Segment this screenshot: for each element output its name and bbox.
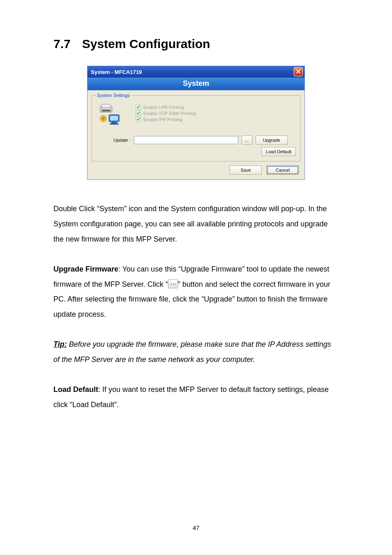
update-row: Update : ... Upgrade bbox=[113, 136, 296, 145]
upgrade-button[interactable]: Upgrade bbox=[256, 136, 288, 145]
cancel-button[interactable]: Cancel bbox=[267, 166, 299, 175]
dialog-titlebar: System - MFCA1719 bbox=[88, 66, 304, 78]
tip-paragraph: Tip: Before you upgrade the firmware, pl… bbox=[53, 337, 339, 367]
browse-icon bbox=[168, 279, 178, 288]
printer-monitor-icon bbox=[98, 103, 122, 127]
dialog-body: System Settings bbox=[88, 90, 304, 180]
svg-rect-5 bbox=[110, 116, 118, 121]
checkbox-icon[interactable] bbox=[136, 104, 141, 110]
checkbox-label: Enable LPR Printing bbox=[143, 105, 184, 110]
browse-button[interactable]: ... bbox=[242, 136, 252, 145]
checkbox-label: Enable IPP Printing bbox=[143, 117, 182, 122]
update-label: Update : bbox=[113, 138, 131, 143]
checkbox-list: Enable LPR Printing Enable TCP RAW Print… bbox=[136, 103, 196, 123]
load-default-paragraph: Load Default: If you want to reset the M… bbox=[53, 382, 339, 412]
close-button[interactable] bbox=[294, 67, 303, 76]
settings-row: Enable LPR Printing Enable TCP RAW Print… bbox=[96, 103, 296, 127]
dialog-banner: System bbox=[88, 78, 304, 90]
system-settings-group: System Settings bbox=[92, 93, 300, 161]
checkbox-icon[interactable] bbox=[136, 117, 141, 122]
dialog-bottom-buttons: Save Cancel bbox=[92, 161, 300, 175]
section-number: 7.7 bbox=[53, 37, 71, 51]
upgrade-firmware-label: Upgrade Firmware bbox=[53, 265, 118, 273]
svg-rect-1 bbox=[102, 104, 111, 108]
group-legend: System Settings bbox=[96, 93, 130, 98]
svg-rect-7 bbox=[110, 123, 118, 124]
svg-rect-2 bbox=[102, 110, 111, 111]
save-button[interactable]: Save bbox=[230, 166, 262, 175]
page-number: 47 bbox=[0, 524, 392, 531]
checkbox-icon[interactable] bbox=[136, 111, 141, 116]
tip-label: Tip: bbox=[53, 340, 67, 348]
upgrade-firmware-paragraph: Upgrade Firmware: You can use this “Upgr… bbox=[53, 262, 339, 322]
load-default-label: Load Default bbox=[53, 385, 98, 394]
tip-text: Before you upgrade the firmware, please … bbox=[53, 340, 331, 364]
checkbox-lpr: Enable LPR Printing bbox=[136, 104, 196, 110]
close-icon bbox=[296, 69, 301, 75]
svg-rect-6 bbox=[111, 122, 117, 123]
section-title: System Configuration bbox=[82, 37, 210, 51]
intro-paragraph: Double Click “System” icon and the Syste… bbox=[53, 201, 339, 247]
dialog-title: System - MFCA1719 bbox=[91, 69, 142, 75]
checkbox-ipp: Enable IPP Printing bbox=[136, 117, 196, 122]
section-heading: 7.7System Configuration bbox=[53, 37, 339, 51]
checkbox-label: Enable TCP RAW Printing bbox=[143, 111, 196, 116]
checkbox-tcp-raw: Enable TCP RAW Printing bbox=[136, 111, 196, 116]
update-path-input[interactable] bbox=[134, 136, 238, 144]
load-default-button[interactable]: Load Default bbox=[261, 147, 296, 156]
system-dialog: System - MFCA1719 System System Settings bbox=[87, 66, 305, 180]
